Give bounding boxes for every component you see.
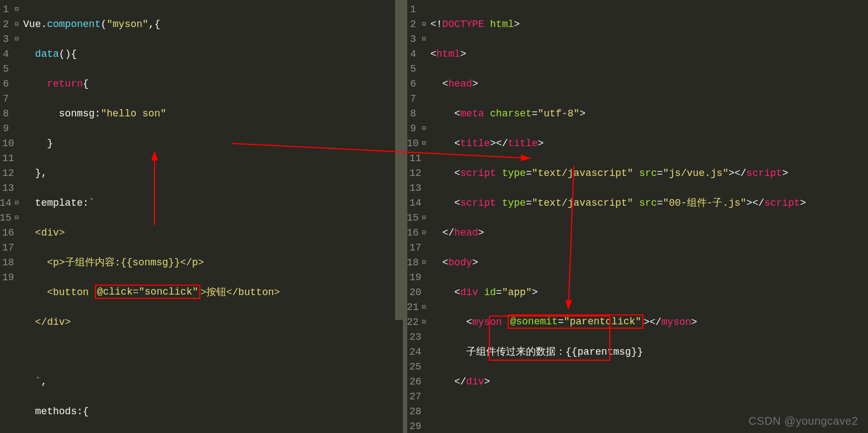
code-area-right[interactable]: <!DOCTYPE html> <html> <head> <meta char…	[407, 0, 868, 433]
editor-pane-left: 1⊟2⊟3⊟ 456 789 101112 1314⊟15⊟ 161718 19…	[0, 0, 403, 433]
watermark: CSDN @youngcave2	[749, 415, 858, 427]
scrollbar-left[interactable]	[395, 0, 403, 320]
code-area-left[interactable]: Vue.component("myson",{ data(){ return{ …	[0, 0, 403, 433]
editor-pane-right: 12⊟3⊟ 456 789⊟ 10⊟1112 131415⊟ 16⊟1718⊟ …	[407, 0, 868, 433]
annotation-box-click: @click="sonclick"	[95, 285, 201, 299]
editor-workspace: 1⊟2⊟3⊟ 456 789 101112 1314⊟15⊟ 161718 19…	[0, 0, 868, 433]
token: Vue	[23, 19, 41, 30]
annotation-box-parentclick	[489, 316, 610, 361]
